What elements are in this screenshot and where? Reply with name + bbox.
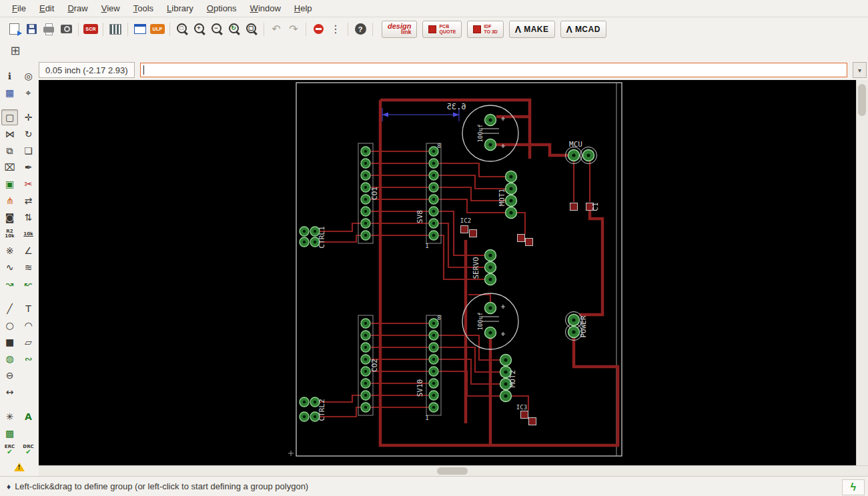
status-message: Left-click&drag to define group (or left… (15, 481, 308, 491)
board-outline (288, 83, 622, 456)
tool-rect-button[interactable]: ■ (1, 334, 18, 350)
tool-hole-button[interactable]: ⊖ (1, 367, 18, 383)
camera-icon (61, 25, 72, 33)
tool-copy-button[interactable]: ⧉ (1, 143, 18, 159)
tool-smash-button[interactable]: ※ (1, 243, 18, 259)
tool-change-button[interactable]: ✒ (20, 159, 37, 175)
tool-drc-button[interactable]: DRC✔ (20, 442, 37, 458)
menu-library[interactable]: Library (160, 1, 200, 16)
menu-file[interactable]: File (5, 1, 33, 16)
tool-optimize-button[interactable]: ≋ (20, 259, 37, 275)
script-editor-button[interactable]: SCR (82, 21, 99, 38)
cam-processor-button[interactable] (57, 21, 75, 38)
pcb-quote-button[interactable]: PCBQUOTE (422, 21, 462, 38)
tool-info-button[interactable]: ℹ (1, 68, 18, 84)
command-input[interactable] (140, 63, 847, 77)
tool-replace-button[interactable]: ▣ (1, 176, 18, 192)
vertical-scrollbar[interactable] (856, 80, 868, 465)
more-options-button[interactable]: ⋮ (327, 21, 344, 38)
zoom-in-button[interactable]: + (191, 21, 208, 38)
grid-button[interactable]: ⊞ (7, 41, 24, 59)
tool-name-button[interactable]: R210k (1, 226, 18, 242)
pcb-canvas[interactable]: CO1 SV8 CTRL1 MCU C1 MOT1 IC2 100uf SERV… (39, 80, 856, 465)
zoom-select-icon: ▢ (246, 23, 258, 35)
menu-draw[interactable]: Draw (61, 1, 94, 16)
zoom-redraw-button[interactable]: ↻ (226, 21, 243, 38)
tool-polygon-button[interactable]: ▱ (20, 334, 37, 350)
tool-move-button[interactable]: ✛ (20, 109, 37, 125)
tool-paste-button[interactable]: ❏ (20, 143, 37, 159)
tool-circle-button[interactable]: ○ (1, 317, 18, 333)
label-mcu: MCU (569, 140, 582, 149)
vertical-dots-icon: ⋮ (330, 23, 341, 35)
board-drawing[interactable]: CO1 SV8 CTRL1 MCU C1 MOT1 IC2 100uf SERV… (39, 80, 856, 465)
command-dropdown-button[interactable]: ▾ (853, 62, 867, 78)
tool-delete-button[interactable]: ⌧ (1, 159, 18, 175)
help-button[interactable]: ? (352, 21, 369, 38)
script-badge-icon: SCR (83, 24, 98, 34)
stop-button[interactable] (310, 21, 327, 38)
undo-icon: ↶ (272, 23, 280, 35)
tool-route-button[interactable]: ↝ (1, 276, 18, 292)
menu-tools[interactable]: Tools (127, 1, 160, 16)
tool-split-button[interactable]: ⋔ (1, 193, 18, 209)
menu-help[interactable]: Help (288, 1, 319, 16)
mcad-button[interactable]: Λ MCAD (560, 21, 606, 38)
menu-edit[interactable]: Edit (33, 1, 61, 16)
tool-pinswap-button[interactable]: ⇅ (20, 209, 37, 225)
horizontal-scrollbar[interactable] (39, 465, 868, 476)
online-status-button[interactable]: ϟ (842, 479, 865, 495)
tool-ratsnest-button[interactable]: ✳ (1, 409, 18, 425)
redo-button[interactable]: ↷ (285, 21, 302, 38)
tool-rotate-button[interactable]: ↻ (20, 126, 37, 142)
print-icon (43, 27, 54, 33)
vertical-scrollbar-thumb[interactable] (858, 84, 866, 116)
tool-mirror-button[interactable]: ⋈ (1, 126, 18, 142)
idf-to-3d-button[interactable]: IDFTO 3D (467, 21, 504, 38)
tool-drc-fill-button[interactable]: ▩ (1, 425, 18, 441)
tool-autoroute-button[interactable]: A (20, 409, 37, 425)
horizontal-scrollbar-thumb[interactable] (437, 467, 468, 475)
tool-ripup-button[interactable]: ↜ (20, 276, 37, 292)
menu-options[interactable]: Options (200, 1, 244, 16)
design-manager-button[interactable] (107, 21, 124, 38)
save-icon (27, 24, 37, 34)
tool-meander-button[interactable]: ∿ (1, 259, 18, 275)
tool-arc-button[interactable]: ◠ (20, 317, 37, 333)
design-link-button[interactable]: designlink (382, 21, 417, 38)
tool-group-button[interactable]: ▢ (1, 109, 18, 125)
tool-cut-button[interactable]: ✂ (20, 176, 37, 192)
open-file-button[interactable] (5, 21, 23, 38)
tool-display-layers-button[interactable]: ▦ (1, 85, 18, 101)
undo-button[interactable]: ↶ (268, 21, 285, 38)
warning-indicator[interactable]: ! (11, 459, 27, 475)
make-button[interactable]: Λ MAKE (509, 21, 555, 38)
tool-show-button[interactable]: ◎ (20, 68, 37, 84)
toolbar-separator (372, 23, 373, 36)
label-power: POWER (579, 315, 588, 337)
tool-signal-button[interactable]: ∾ (20, 351, 37, 367)
tool-miter-button[interactable]: ∠ (20, 243, 37, 259)
tool-gateswap-button[interactable]: ⇄ (20, 193, 37, 209)
tool-erc-button[interactable]: ERC✔ (1, 442, 18, 458)
print-button[interactable] (40, 21, 57, 38)
tool-mark-button[interactable]: ⌖ (20, 85, 37, 101)
switch-editor-button[interactable] (131, 21, 149, 38)
zoom-out-button[interactable]: − (208, 21, 226, 38)
tool-dimension-button[interactable]: ↔ (1, 384, 18, 400)
columns-icon (109, 24, 121, 35)
redo-icon: ↷ (289, 23, 298, 35)
run-ulp-button[interactable]: ULP (149, 21, 166, 38)
label-ic2: IC2 (460, 217, 471, 224)
menu-window[interactable]: Window (244, 1, 288, 16)
tool-wire-button[interactable]: ╱ (1, 301, 18, 317)
tool-value-button[interactable]: 10k (20, 226, 37, 242)
save-button[interactable] (23, 21, 40, 38)
zoom-select-button[interactable]: ▢ (243, 21, 260, 38)
tool-lock-button[interactable]: ◙ (1, 209, 18, 225)
tool-via-button[interactable]: ◍ (1, 351, 18, 367)
zoom-fit-button[interactable]: □ (173, 21, 191, 38)
menu-view[interactable]: View (95, 1, 127, 16)
toolbar-separator (127, 23, 128, 36)
tool-text-button[interactable]: T (20, 301, 37, 317)
